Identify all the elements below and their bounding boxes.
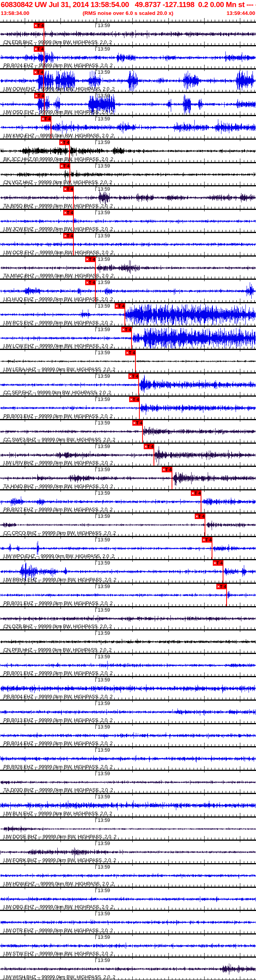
pick-flag[interactable]: ×T 4	[33, 69, 44, 75]
pick-flag[interactable]: ×T 4	[144, 444, 154, 449]
station-label: UW.WISH.BHZ -- 99999.0km BW. HIGHPASS. 2…	[4, 975, 115, 980]
pick-delete-mark[interactable]: ×	[64, 233, 67, 238]
minute-label: 13:59	[98, 93, 110, 98]
pick-flag[interactable]: ×T 4	[63, 233, 74, 239]
minute-label: 13:59	[98, 116, 110, 122]
trace-row: 13:59TA.B05D.BHZ -- 99999.0km BW. HIGHPA…	[0, 185, 256, 209]
minute-label: 13:59	[98, 257, 110, 262]
trace-row: 13:59UW.WPO.EHZ -- 99999.0km BW. HIGHPAS…	[0, 536, 256, 559]
minute-label: 13:59	[98, 397, 110, 402]
trace-row: 13:59UW.DOSE.BHZ -- 99999.0km BW. HIGHPA…	[0, 816, 256, 840]
pick-phase-label: T 4	[67, 187, 73, 191]
pick-time-line[interactable]	[139, 402, 140, 419]
pick-flag[interactable]: ×T 4	[125, 350, 136, 355]
pick-delete-mark[interactable]: ×	[34, 70, 37, 75]
pick-delete-mark[interactable]: ×	[86, 280, 89, 285]
pick-delete-mark[interactable]: ×	[35, 23, 37, 28]
pick-time-line[interactable]	[223, 566, 223, 583]
pick-flag[interactable]: ×T 4	[195, 514, 205, 519]
trace-row: 13:59PB.B031.EHZ -- 99999.0km BW. HIGHPA…	[0, 583, 256, 606]
pick-flag[interactable]: ×T 4	[41, 116, 51, 122]
trace-row: 13:59UW.RRHS.EHZ -- 99999.0km BW. HIGHPA…	[0, 559, 256, 583]
pick-delete-mark[interactable]: ×	[126, 350, 129, 355]
pick-time-line[interactable]	[135, 355, 136, 372]
pick-flag[interactable]: ×T 4	[34, 46, 44, 52]
pick-flag[interactable]: ×T 4	[213, 560, 223, 566]
station-label: PB.B031.EHZ -- 99999.0km BW. HIGHPASS. 2…	[4, 601, 113, 606]
pick-phase-label: T 4	[37, 23, 44, 28]
pick-flag[interactable]: ×T 4	[216, 584, 227, 589]
pick-time-line[interactable]	[131, 332, 132, 349]
pick-time-line[interactable]	[154, 449, 154, 466]
trace-row: 13:59TA.H04D.BHZ -- 99999.0km BW. HIGHPA…	[0, 466, 256, 489]
pick-delete-mark[interactable]: ×	[42, 117, 44, 121]
minute-label: 13:59	[98, 818, 110, 823]
pick-time-line[interactable]	[138, 379, 139, 395]
pick-time-line[interactable]	[205, 519, 205, 536]
pick-delete-mark[interactable]: ×	[35, 47, 37, 51]
trace-row: 13:59PB.B001.EHZ -- 99999.0km BW. HIGHPA…	[0, 653, 256, 676]
trace-row: 13:59UW.OBG.EHZ -- 99999.0km BW. HIGHPAS…	[0, 887, 256, 910]
trace-row: 13:59UW.OSD.EHZ -- 99999.0km BW. HIGHPAS…	[0, 92, 256, 115]
pick-delete-mark[interactable]: ×	[122, 327, 125, 332]
station-label: PB.B014.EHZ -- 99999.0km BW. HIGHPASS. 2…	[4, 741, 113, 746]
pick-time-line[interactable]	[212, 543, 212, 559]
pick-delete-mark[interactable]: ×	[64, 187, 67, 191]
pick-flag[interactable]: ×T 4	[121, 327, 132, 332]
rms-scale-note: (RMS noise over 6.0 s scaled 20.0 x)	[0, 10, 256, 16]
minute-label: 13:59	[98, 514, 110, 519]
pick-delete-mark[interactable]: ×	[35, 93, 38, 98]
pick-flag[interactable]: ×T 4	[63, 210, 74, 215]
station-label: UW.WPO.EHZ -- 99999.0km BW. HIGHPASS. 2.…	[4, 554, 114, 559]
pick-delete-mark[interactable]: ×	[144, 444, 147, 449]
pick-flag[interactable]: ×T 4	[59, 140, 70, 145]
pick-flag[interactable]: ×T 4	[85, 257, 96, 262]
pick-delete-mark[interactable]: ×	[203, 537, 205, 542]
station-label: PB.B003.EHZ -- 99999.0km BW. HIGHPASS. 2…	[4, 413, 113, 419]
trace-row: 13:59PB.B013.EHZ -- 99999.0km BW. HIGHPA…	[0, 699, 256, 723]
pick-delete-mark[interactable]: ×	[129, 374, 132, 379]
pick-flag[interactable]: ×T 4	[132, 420, 143, 426]
pick-flag[interactable]: ×T 4	[34, 93, 45, 98]
waveform-review-window: 60830842 UW Jul 31, 2014 13:58:54.00 49.…	[0, 0, 256, 980]
pick-delete-mark[interactable]: ×	[60, 140, 63, 145]
minute-label: 13:59	[98, 490, 110, 496]
trace-row: 13:59CC.SEP.EHZ -- 99999.0km BW. HIGHPAS…	[0, 372, 256, 395]
pick-flag[interactable]: ×T 4	[162, 467, 172, 472]
minute-label: 13:59	[98, 420, 110, 426]
minute-label: 13:59	[98, 864, 110, 870]
station-label: UW.OBG.EHZ -- 99999.0km BW. HIGHPASS. 2.…	[4, 904, 113, 910]
pick-flag[interactable]: ×T 4	[85, 280, 96, 285]
pick-flag[interactable]: ×T 4	[129, 397, 140, 402]
pick-delete-mark[interactable]: ×	[86, 257, 89, 262]
pick-time-line[interactable]	[142, 426, 143, 443]
pick-flag[interactable]: ×T 4	[63, 186, 74, 192]
pick-flag[interactable]: ×T 4	[34, 23, 44, 28]
pick-delete-mark[interactable]: ×	[130, 397, 133, 402]
pick-delete-mark[interactable]: ×	[133, 421, 136, 425]
minute-label: 13:59	[98, 841, 110, 846]
pick-flag[interactable]: ×T 4	[202, 537, 212, 543]
pick-time-line[interactable]	[201, 496, 201, 512]
pick-delete-mark[interactable]: ×	[192, 491, 194, 495]
pick-flag[interactable]: ×T 4	[128, 373, 139, 379]
pick-time-line[interactable]	[226, 589, 227, 606]
pick-delete-mark[interactable]: ×	[115, 304, 118, 308]
pick-delete-mark[interactable]: ×	[217, 584, 220, 589]
pick-flag[interactable]: ×T 4	[115, 303, 125, 309]
pick-flag[interactable]: ×T 4	[191, 490, 201, 496]
pick-time-line[interactable]	[172, 472, 172, 489]
pick-phase-label: T 4	[132, 374, 139, 379]
window-end-time: 13:59:44.00	[227, 10, 255, 16]
station-label: UW.OSD.EHZ -- 99999.0km BW. HIGHPASS. 2.…	[4, 109, 113, 115]
minute-label: 13:59	[98, 350, 110, 355]
pick-delete-mark[interactable]: ×	[60, 164, 63, 168]
pick-delete-mark[interactable]: ×	[196, 514, 198, 519]
pick-time-line[interactable]	[124, 309, 125, 326]
pick-delete-mark[interactable]: ×	[163, 467, 165, 472]
pick-delete-mark[interactable]: ×	[214, 561, 216, 565]
minute-label: 13:59	[98, 630, 110, 636]
station-label: PB.B013.EHZ -- 99999.0km BW. HIGHPASS. 2…	[4, 718, 113, 723]
pick-flag[interactable]: ×T 4	[60, 163, 70, 169]
pick-delete-mark[interactable]: ×	[64, 210, 67, 215]
